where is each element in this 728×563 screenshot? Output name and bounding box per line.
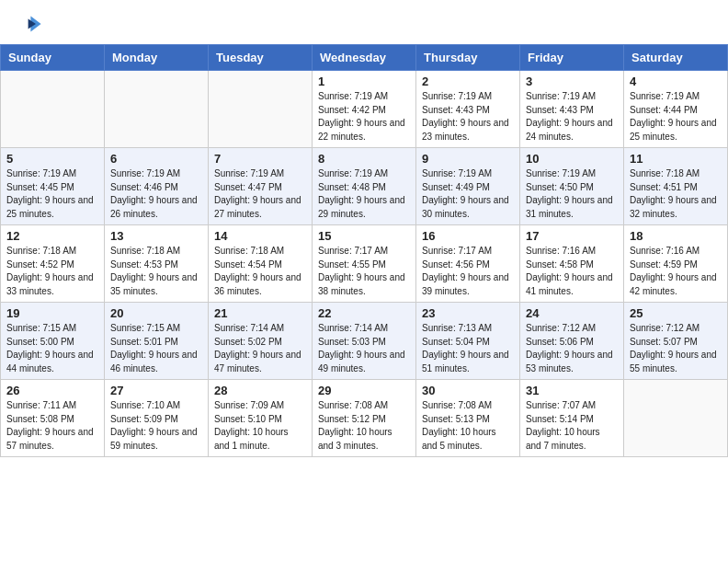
day-number: 31 (526, 384, 618, 397)
day-info: Sunrise: 7:17 AM Sunset: 4:55 PM Dayligh… (318, 245, 410, 298)
day-number: 18 (630, 229, 722, 243)
day-number: 4 (630, 75, 722, 88)
day-info: Sunrise: 7:09 AM Sunset: 5:10 PM Dayligh… (214, 399, 306, 453)
calendar-cell: 20Sunrise: 7:15 AM Sunset: 5:01 PM Dayli… (105, 303, 209, 380)
calendar-cell: 14Sunrise: 7:18 AM Sunset: 4:54 PM Dayli… (209, 225, 313, 303)
calendar-cell: 23Sunrise: 7:13 AM Sunset: 5:04 PM Dayli… (416, 303, 520, 380)
day-info: Sunrise: 7:11 AM Sunset: 5:08 PM Dayligh… (6, 399, 98, 453)
day-header-friday: Friday (520, 45, 624, 71)
day-info: Sunrise: 7:16 AM Sunset: 4:58 PM Dayligh… (526, 245, 618, 298)
day-header-tuesday: Tuesday (209, 45, 313, 71)
week-row-1: 1Sunrise: 7:19 AM Sunset: 4:42 PM Daylig… (1, 71, 728, 148)
day-info: Sunrise: 7:19 AM Sunset: 4:43 PM Dayligh… (526, 90, 618, 144)
day-header-saturday: Saturday (624, 45, 728, 71)
day-info: Sunrise: 7:15 AM Sunset: 5:00 PM Dayligh… (6, 322, 98, 375)
day-number: 1 (318, 75, 410, 88)
day-number: 9 (422, 152, 514, 166)
day-number: 27 (110, 384, 202, 397)
calendar-cell: 30Sunrise: 7:08 AM Sunset: 5:13 PM Dayli… (416, 380, 520, 457)
day-info: Sunrise: 7:13 AM Sunset: 5:04 PM Dayligh… (422, 322, 514, 375)
calendar-table: SundayMondayTuesdayWednesdayThursdayFrid… (0, 44, 728, 457)
calendar-cell: 24Sunrise: 7:12 AM Sunset: 5:06 PM Dayli… (520, 303, 624, 380)
day-number: 14 (214, 229, 306, 243)
day-number: 16 (422, 229, 514, 243)
calendar-cell (1, 71, 105, 148)
day-info: Sunrise: 7:19 AM Sunset: 4:46 PM Dayligh… (110, 167, 202, 221)
calendar-cell: 19Sunrise: 7:15 AM Sunset: 5:00 PM Dayli… (1, 303, 105, 380)
calendar-cell (209, 71, 313, 148)
day-info: Sunrise: 7:16 AM Sunset: 4:59 PM Dayligh… (630, 245, 722, 298)
day-number: 7 (214, 152, 306, 166)
logo (17, 11, 46, 37)
calendar-cell: 8Sunrise: 7:19 AM Sunset: 4:48 PM Daylig… (313, 148, 416, 225)
day-info: Sunrise: 7:19 AM Sunset: 4:47 PM Dayligh… (214, 167, 306, 221)
day-number: 5 (6, 152, 98, 166)
day-info: Sunrise: 7:08 AM Sunset: 5:12 PM Dayligh… (318, 399, 410, 453)
day-number: 12 (6, 229, 98, 243)
calendar-cell: 4Sunrise: 7:19 AM Sunset: 4:44 PM Daylig… (624, 71, 728, 148)
header (0, 0, 728, 44)
day-info: Sunrise: 7:14 AM Sunset: 5:03 PM Dayligh… (318, 322, 410, 375)
day-info: Sunrise: 7:19 AM Sunset: 4:45 PM Dayligh… (6, 167, 98, 221)
day-info: Sunrise: 7:18 AM Sunset: 4:54 PM Dayligh… (214, 245, 306, 298)
day-header-monday: Monday (105, 45, 209, 71)
calendar-cell: 9Sunrise: 7:19 AM Sunset: 4:49 PM Daylig… (416, 148, 520, 225)
day-info: Sunrise: 7:18 AM Sunset: 4:51 PM Dayligh… (630, 167, 722, 221)
page: SundayMondayTuesdayWednesdayThursdayFrid… (0, 0, 728, 563)
week-row-3: 12Sunrise: 7:18 AM Sunset: 4:52 PM Dayli… (1, 225, 728, 303)
day-number: 19 (6, 306, 98, 320)
day-number: 3 (526, 75, 618, 88)
day-header-thursday: Thursday (416, 45, 520, 71)
calendar-cell (105, 71, 209, 148)
calendar-cell: 22Sunrise: 7:14 AM Sunset: 5:03 PM Dayli… (313, 303, 416, 380)
calendar-cell: 3Sunrise: 7:19 AM Sunset: 4:43 PM Daylig… (520, 71, 624, 148)
calendar-cell (624, 380, 728, 457)
calendar-cell: 16Sunrise: 7:17 AM Sunset: 4:56 PM Dayli… (416, 225, 520, 303)
day-header-wednesday: Wednesday (313, 45, 416, 71)
calendar-cell: 27Sunrise: 7:10 AM Sunset: 5:09 PM Dayli… (105, 380, 209, 457)
day-number: 10 (526, 152, 618, 166)
day-number: 22 (318, 306, 410, 320)
calendar-cell: 29Sunrise: 7:08 AM Sunset: 5:12 PM Dayli… (313, 380, 416, 457)
day-number: 15 (318, 229, 410, 243)
day-number: 13 (110, 229, 202, 243)
day-number: 24 (526, 306, 618, 320)
calendar-cell: 25Sunrise: 7:12 AM Sunset: 5:07 PM Dayli… (624, 303, 728, 380)
day-number: 26 (6, 384, 98, 397)
calendar-cell: 15Sunrise: 7:17 AM Sunset: 4:55 PM Dayli… (313, 225, 416, 303)
day-number: 28 (214, 384, 306, 397)
calendar-cell: 18Sunrise: 7:16 AM Sunset: 4:59 PM Dayli… (624, 225, 728, 303)
day-info: Sunrise: 7:14 AM Sunset: 5:02 PM Dayligh… (214, 322, 306, 375)
week-row-4: 19Sunrise: 7:15 AM Sunset: 5:00 PM Dayli… (1, 303, 728, 380)
calendar-cell: 5Sunrise: 7:19 AM Sunset: 4:45 PM Daylig… (1, 148, 105, 225)
calendar-cell: 11Sunrise: 7:18 AM Sunset: 4:51 PM Dayli… (624, 148, 728, 225)
calendar-cell: 12Sunrise: 7:18 AM Sunset: 4:52 PM Dayli… (1, 225, 105, 303)
day-number: 21 (214, 306, 306, 320)
day-header-sunday: Sunday (1, 45, 105, 71)
day-info: Sunrise: 7:10 AM Sunset: 5:09 PM Dayligh… (110, 399, 202, 453)
day-info: Sunrise: 7:18 AM Sunset: 4:52 PM Dayligh… (6, 245, 98, 298)
day-info: Sunrise: 7:19 AM Sunset: 4:48 PM Dayligh… (318, 167, 410, 221)
day-info: Sunrise: 7:17 AM Sunset: 4:56 PM Dayligh… (422, 245, 514, 298)
calendar-cell: 7Sunrise: 7:19 AM Sunset: 4:47 PM Daylig… (209, 148, 313, 225)
day-number: 30 (422, 384, 514, 397)
day-number: 25 (630, 306, 722, 320)
day-number: 8 (318, 152, 410, 166)
day-info: Sunrise: 7:19 AM Sunset: 4:50 PM Dayligh… (526, 167, 618, 221)
week-row-5: 26Sunrise: 7:11 AM Sunset: 5:08 PM Dayli… (1, 380, 728, 457)
calendar-cell: 1Sunrise: 7:19 AM Sunset: 4:42 PM Daylig… (313, 71, 416, 148)
day-number: 6 (110, 152, 202, 166)
calendar-cell: 13Sunrise: 7:18 AM Sunset: 4:53 PM Dayli… (105, 225, 209, 303)
day-info: Sunrise: 7:07 AM Sunset: 5:14 PM Dayligh… (526, 399, 618, 453)
week-row-2: 5Sunrise: 7:19 AM Sunset: 4:45 PM Daylig… (1, 148, 728, 225)
calendar-cell: 6Sunrise: 7:19 AM Sunset: 4:46 PM Daylig… (105, 148, 209, 225)
calendar-header-row: SundayMondayTuesdayWednesdayThursdayFrid… (1, 45, 728, 71)
logo-icon (17, 11, 42, 37)
day-number: 2 (422, 75, 514, 88)
day-number: 29 (318, 384, 410, 397)
day-info: Sunrise: 7:12 AM Sunset: 5:06 PM Dayligh… (526, 322, 618, 375)
day-info: Sunrise: 7:19 AM Sunset: 4:43 PM Dayligh… (422, 90, 514, 144)
day-info: Sunrise: 7:19 AM Sunset: 4:44 PM Dayligh… (630, 90, 722, 144)
day-info: Sunrise: 7:18 AM Sunset: 4:53 PM Dayligh… (110, 245, 202, 298)
calendar-cell: 21Sunrise: 7:14 AM Sunset: 5:02 PM Dayli… (209, 303, 313, 380)
